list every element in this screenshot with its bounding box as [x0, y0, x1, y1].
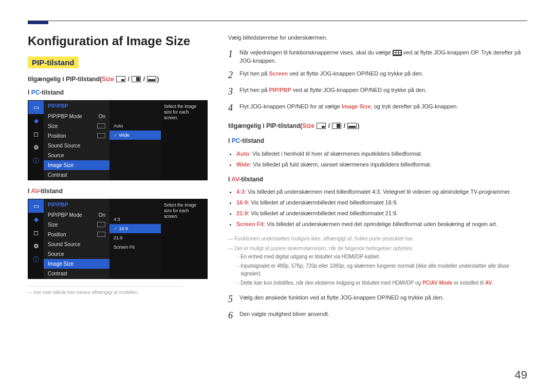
osd-title: PIP/PBP — [44, 101, 109, 111]
note-2: Det er muligt at justere skærmstørrelsen… — [228, 245, 526, 252]
right-column: Vælg billedstørrelse for underskærmen. 1… — [228, 34, 526, 325]
step-2: 2 Flyt hen på Screen ved at flytte JOG-k… — [228, 68, 526, 82]
osd-pc-menu: ▭ ◆ ◻ ⚙ ⓘ PIP/PBP PIP/PBP ModeOn Size Po… — [28, 100, 208, 180]
page-title: Konfiguration af Image Size — [28, 34, 213, 48]
pc-bullets: Auto: Vis billedet i henhold til hver af… — [228, 150, 526, 169]
pc-mode-heading: I PC-tilstand — [28, 89, 213, 96]
page-number: 49 — [515, 368, 527, 382]
subnotes: En enhed med digital udgang er tilslutte… — [228, 253, 526, 287]
diamond-icon: ◆ — [28, 114, 44, 127]
info-icon: ⓘ — [28, 253, 44, 266]
av-bullets: 4:3: Vis billedet på underskærmen med bi… — [228, 188, 526, 229]
info-icon: ⓘ — [28, 154, 44, 167]
monitor-icon: ▭ — [28, 101, 44, 114]
pc-mode-heading-2: I PC-tilstand — [228, 137, 526, 145]
osd-tip: Select the image size for each screen. — [161, 101, 207, 180]
availability-line: tilgængelig i PIP-tilstand(Size / / ) — [28, 76, 213, 83]
monitor-icon: ▭ — [28, 199, 44, 213]
osd-av-menu: ▭ ◆ ◻ ⚙ ⓘ PIP/PBP PIP/PBP ModeOn Size Po… — [28, 199, 208, 279]
gear-icon: ⚙ — [28, 141, 44, 154]
header-rule — [28, 21, 527, 24]
note-1: Funktionen understøttes muligvis ikke, a… — [228, 235, 526, 242]
menu-icon — [393, 50, 402, 56]
square-icon: ◻ — [28, 226, 44, 239]
intro-text: Vælg billedstørrelse for underskærmen. — [228, 34, 526, 42]
diamond-icon: ◆ — [28, 213, 44, 226]
gear-icon: ⚙ — [28, 239, 44, 253]
av-mode-heading: I AV-tilstand — [28, 188, 213, 195]
size-icon-small — [116, 76, 125, 82]
step-3: 3 Flyt hen på PIP/PBP ved at flytte JOG-… — [228, 85, 526, 98]
footnote: Det viste billede kan variere afhængigt … — [28, 286, 182, 295]
pip-badge: PIP-tilstand — [28, 57, 79, 68]
step-1: 1 Når vejledningen til funktionsknappern… — [228, 47, 526, 65]
av-mode-heading-2: I AV-tilstand — [228, 175, 526, 184]
step-6: 6Den valgte mulighed bliver anvendt. — [228, 309, 526, 322]
square-icon: ◻ — [28, 127, 44, 141]
left-column: Konfiguration af Image Size PIP-tilstand… — [28, 34, 213, 295]
size-icon-half — [132, 76, 141, 82]
size-icon-wide — [147, 76, 156, 82]
step-4: 4 Flyt JOG-knappen OP/NED for at vælge I… — [228, 101, 526, 115]
step-5: 5Vælg den ønskede funktion ved at flytte… — [228, 292, 526, 306]
availability-line-2: tilgængelig i PIP-tilstand(Size / / ) — [228, 122, 526, 130]
